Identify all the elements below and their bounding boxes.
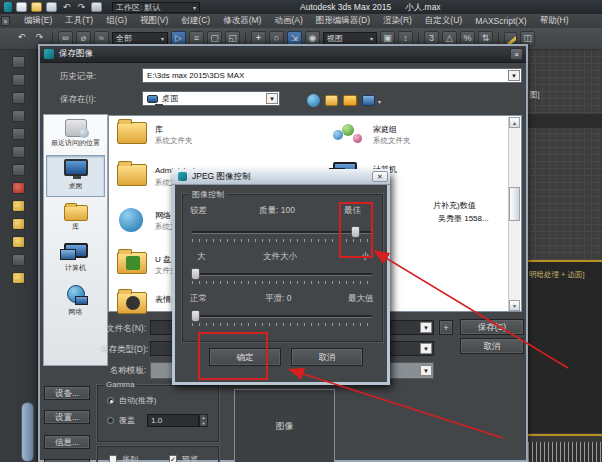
ribbon-icon[interactable] [12, 254, 25, 266]
menu-tools[interactable]: 工具(T) [65, 15, 93, 27]
devices-button[interactable]: 设备... [44, 386, 90, 400]
ribbon-icon[interactable] [12, 182, 25, 194]
menu-maxscript[interactable]: MAXScript(X) [475, 16, 526, 26]
menu-customize[interactable]: 自定义(U) [425, 15, 462, 27]
menu-group[interactable]: 组(G) [106, 15, 127, 27]
max-dialog-icon [44, 49, 54, 59]
chevron-down-icon[interactable]: ▼ [420, 365, 432, 376]
undo-icon[interactable]: ↶ [61, 2, 72, 12]
create-new-folder-icon[interactable] [343, 95, 357, 106]
file-item-name[interactable]: 家庭组 [373, 124, 397, 135]
filesize-slider-thumb[interactable] [191, 268, 200, 280]
new-scene-icon[interactable] [16, 2, 27, 12]
cancel-button[interactable]: 取消 [460, 338, 524, 354]
save-button[interactable]: 保存(S) [460, 319, 524, 335]
ribbon-icon[interactable] [12, 146, 25, 158]
save-in-dropdown[interactable]: 桌面 ▼ [142, 91, 280, 106]
scroll-up-icon[interactable]: ▲ [509, 117, 520, 128]
undo-scene-icon[interactable]: ↶ [14, 31, 29, 46]
ribbon-icon[interactable] [12, 236, 25, 248]
chevron-down-icon[interactable]: ▼ [420, 343, 432, 354]
template-label: 名称模板: [100, 365, 146, 377]
place-recent[interactable]: 最近访问的位置 [46, 119, 105, 148]
open-file-icon[interactable] [31, 2, 42, 12]
menu-edit[interactable]: 编辑(E) [24, 15, 52, 27]
chevron-down-icon[interactable]: ▼ [508, 70, 520, 81]
app-logo-icon[interactable] [4, 2, 12, 12]
filename-label: 文件名(N): [100, 323, 146, 335]
sequence-checkbox[interactable] [109, 455, 117, 462]
view-menu-icon[interactable] [362, 95, 375, 106]
gamma-override-field[interactable]: 1.0 [147, 414, 199, 427]
place-libraries[interactable]: 库 [46, 205, 105, 232]
menu-animation[interactable]: 动画(A) [274, 15, 302, 27]
menu-create[interactable]: 创建(C) [181, 15, 210, 27]
preview-checkbox[interactable]: ✓ [169, 455, 177, 462]
file-list-scrollbar[interactable]: ▲ ▼ [508, 117, 520, 311]
up-one-level-icon[interactable] [325, 95, 338, 106]
filesize-slider-track[interactable] [192, 273, 372, 276]
place-desktop[interactable]: 桌面 [46, 155, 105, 197]
gamma-override-radio[interactable] [107, 417, 114, 424]
scroll-down-icon[interactable]: ▼ [509, 300, 520, 311]
viewport-highlight-border [528, 434, 602, 436]
menu-views[interactable]: 视图(V) [140, 15, 168, 27]
folder-user-icon[interactable] [117, 164, 147, 186]
chevron-down-icon[interactable]: ▼ [420, 322, 432, 333]
ribbon-icon[interactable] [12, 272, 25, 284]
project-folder-icon[interactable] [91, 2, 102, 12]
folder-icon[interactable] [117, 252, 147, 274]
jpeg-cancel-button[interactable]: 取消 [291, 348, 363, 366]
history-dropdown[interactable]: E:\3ds max 2015\3DS MAX ▼ [142, 68, 522, 83]
plus-button[interactable]: + [439, 320, 453, 335]
info-button[interactable]: 信息... [44, 435, 90, 449]
menu-help[interactable]: 帮助(H) [540, 15, 569, 27]
save-file-icon[interactable] [46, 2, 57, 12]
homegroup-icon[interactable] [333, 122, 367, 148]
ribbon-icon[interactable] [12, 128, 25, 140]
gamma-spinner[interactable]: ▲▼ [199, 414, 208, 427]
viewport-grid[interactable] [528, 50, 602, 260]
smoothing-slider-track[interactable] [192, 315, 372, 318]
ribbon-icon[interactable] [12, 200, 25, 212]
place-computer[interactable]: 计算机 [46, 243, 105, 273]
ribbon-icon[interactable] [12, 74, 25, 86]
chevron-down-icon[interactable]: ▼ [266, 93, 278, 104]
folder-icon[interactable] [117, 292, 147, 314]
ribbon-icon[interactable] [12, 110, 25, 122]
gamma-auto-radio[interactable] [107, 397, 114, 404]
save-dialog-titlebar[interactable]: 保存图像 × [40, 46, 526, 63]
app-titlebar: ↶ ↷ 工作区: 默认 ▾ Autodesk 3ds Max 2015小人.ma… [0, 0, 602, 14]
menu-graph-editors[interactable]: 图形编辑器(D) [316, 15, 370, 27]
docked-toolbar-close-icon[interactable]: × [1, 16, 10, 26]
redo-icon[interactable]: ↷ [76, 2, 87, 12]
file-item-name[interactable]: 库 [155, 124, 163, 135]
network-item-icon[interactable] [119, 208, 143, 232]
track-bar-ticks[interactable] [528, 442, 602, 462]
place-network[interactable]: 网络 [46, 285, 105, 317]
open-file-name: 小人.max [405, 2, 440, 12]
chevron-down-icon[interactable]: ▾ [378, 98, 381, 105]
smoothing-slider-thumb[interactable] [191, 310, 200, 322]
file-item-fragment[interactable]: 片补充)数值 [433, 200, 476, 211]
workspace-selector[interactable]: 工作区: 默认 ▾ [112, 2, 200, 13]
go-to-last-folder-icon[interactable] [307, 94, 320, 107]
menu-rendering[interactable]: 渲染(R) [383, 15, 412, 27]
ribbon-icon[interactable] [12, 218, 25, 230]
menu-modifiers[interactable]: 修改器(M) [223, 15, 261, 27]
screenshot-root: ↶ ↷ 工作区: 默认 ▾ Autodesk 3ds Max 2015小人.ma… [0, 0, 602, 462]
file-item-name[interactable]: 网络 [155, 210, 171, 221]
viewport-shaded-region[interactable] [528, 262, 602, 433]
ribbon-icon[interactable] [12, 56, 25, 68]
viewport-shading-label[interactable]: 明暗处理 + 边面] [529, 270, 585, 280]
panel-scrollbar[interactable] [21, 402, 34, 462]
close-icon[interactable]: × [510, 48, 523, 60]
ribbon-icon[interactable] [12, 92, 25, 104]
close-icon[interactable]: ✕ [372, 171, 388, 182]
folder-icon[interactable] [117, 122, 147, 144]
scroll-thumb[interactable] [509, 187, 520, 221]
setup-button[interactable]: 设置... [44, 410, 90, 424]
jpeg-dialog-titlebar[interactable]: JPEG 图像控制 ✕ [172, 169, 390, 185]
file-item-fragment[interactable]: 吴秀墨 1558... [438, 213, 489, 224]
ribbon-icon[interactable] [12, 164, 25, 176]
